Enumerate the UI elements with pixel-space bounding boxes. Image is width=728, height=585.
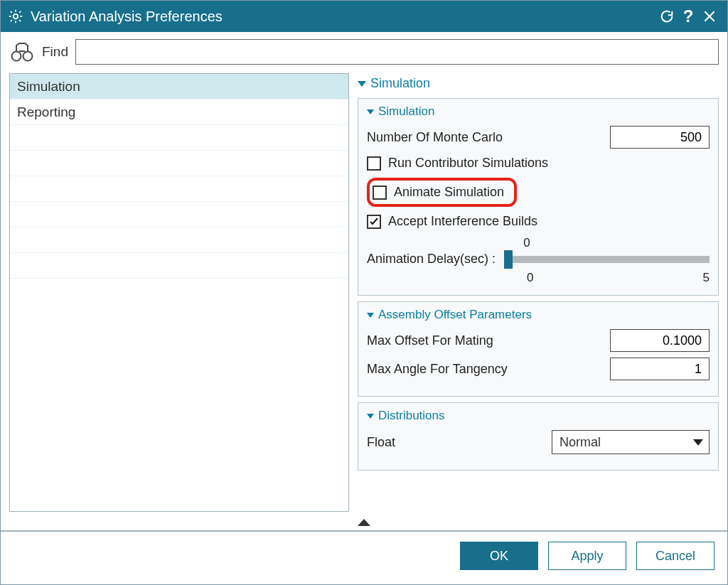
group-distributions[interactable]: Distributions	[367, 409, 710, 423]
svg-point-1	[12, 52, 21, 61]
panel-simulation: Simulation Number Of Monte Carlo Run Con…	[358, 98, 719, 296]
row-animation-delay: 0 Animation Delay(sec) : 0 5	[367, 236, 710, 285]
title-bar: Variation Analysis Preferences ?	[1, 1, 727, 32]
group-simulation[interactable]: Simulation	[367, 104, 710, 119]
row-monte-carlo: Number Of Monte Carlo	[367, 126, 710, 149]
select-float-value: Normal	[560, 435, 601, 450]
checkbox-box	[373, 186, 387, 200]
row-max-offset: Max Offset For Mating	[367, 329, 710, 352]
checkbox-box	[367, 215, 381, 229]
checkbox-label: Run Contributor Simulations	[388, 156, 548, 171]
gear-icon	[8, 9, 23, 24]
group-assembly-offset[interactable]: Assembly Offset Parameters	[367, 308, 710, 322]
slider-max: 5	[703, 271, 710, 285]
chevron-down-icon	[367, 313, 374, 318]
help-button[interactable]: ?	[678, 6, 699, 26]
settings-pane: Simulation Simulation Number Of Monte Ca…	[358, 73, 719, 512]
slider-range-labels: 0 5	[527, 271, 710, 285]
dialog-title: Variation Analysis Preferences	[31, 9, 656, 25]
apply-button[interactable]: Apply	[548, 542, 626, 570]
label-monte-carlo: Number Of Monte Carlo	[367, 130, 503, 145]
find-input[interactable]	[75, 39, 719, 65]
section-simulation[interactable]: Simulation	[358, 73, 719, 92]
input-max-offset[interactable]	[610, 329, 710, 352]
find-row: Find	[1, 32, 727, 69]
group-title-text: Assembly Offset Parameters	[378, 308, 532, 322]
reset-button[interactable]	[656, 9, 678, 24]
chevron-down-icon	[358, 81, 366, 87]
collapse-handle[interactable]	[1, 515, 727, 530]
slider-animation-delay[interactable]	[504, 256, 710, 263]
cancel-button[interactable]: Cancel	[636, 542, 714, 570]
checkbox-label: Animate Simulation	[394, 185, 504, 200]
slider-current-value: 0	[518, 236, 535, 250]
nav-blank	[10, 176, 348, 202]
preferences-dialog: Variation Analysis Preferences ? Find Si…	[0, 0, 728, 585]
nav-item-reporting[interactable]: Reporting	[10, 100, 348, 125]
chevron-down-icon	[367, 414, 374, 419]
binoculars-icon	[9, 39, 35, 65]
checkbox-box	[367, 156, 381, 171]
label-animation-delay: Animation Delay(sec) :	[367, 252, 496, 267]
nav-blank	[10, 227, 348, 253]
row-float: Float Normal	[367, 430, 710, 454]
label-float: Float	[367, 435, 395, 450]
slider-value-label: 0	[527, 236, 710, 250]
select-float[interactable]: Normal	[552, 430, 710, 454]
slider-thumb[interactable]	[504, 250, 513, 269]
ok-button[interactable]: OK	[460, 542, 538, 570]
svg-point-0	[14, 14, 18, 18]
label-max-offset: Max Offset For Mating	[367, 333, 493, 348]
checkbox-label: Accept Interference Builds	[388, 214, 537, 229]
row-max-tangency: Max Angle For Tangency	[367, 358, 710, 380]
input-monte-carlo[interactable]	[610, 126, 710, 149]
checkbox-accept-interference[interactable]: Accept Interference Builds	[367, 214, 710, 229]
nav-item-simulation[interactable]: Simulation	[10, 74, 348, 100]
section-title-text: Simulation	[370, 76, 430, 91]
chevron-up-icon	[358, 519, 370, 526]
nav-blank	[10, 125, 348, 151]
category-list: Simulation Reporting	[9, 73, 349, 512]
group-title-text: Simulation	[378, 104, 434, 119]
nav-blank	[10, 151, 348, 176]
slider-min: 0	[527, 271, 533, 285]
chevron-down-icon	[367, 109, 374, 114]
group-title-text: Distributions	[378, 409, 445, 423]
input-max-tangency[interactable]	[610, 358, 710, 380]
checkbox-run-contributor[interactable]: Run Contributor Simulations	[367, 156, 710, 171]
nav-blank	[10, 202, 348, 227]
panel-assembly-offset: Assembly Offset Parameters Max Offset Fo…	[358, 301, 719, 397]
caret-down-icon	[693, 439, 703, 446]
find-label: Find	[42, 44, 68, 60]
checkbox-animate-simulation[interactable]: Animate Simulation	[373, 185, 504, 200]
svg-point-2	[23, 52, 33, 61]
nav-blank	[10, 253, 348, 279]
body: Simulation Reporting Simulation Simulati…	[1, 69, 727, 515]
highlight-animate-simulation: Animate Simulation	[367, 178, 517, 207]
close-button[interactable]	[699, 9, 720, 23]
label-max-tangency: Max Angle For Tangency	[367, 362, 508, 377]
dialog-footer: OK Apply Cancel	[1, 530, 727, 584]
panel-distributions: Distributions Float Normal	[358, 402, 719, 471]
